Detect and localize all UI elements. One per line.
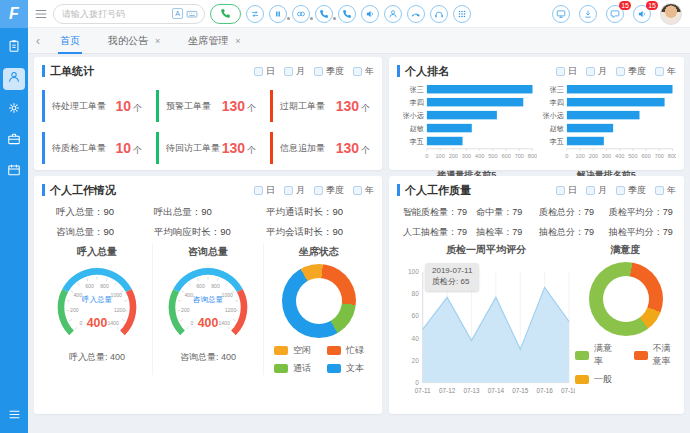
legend-swatch <box>327 346 341 355</box>
svg-text:07-16: 07-16 <box>537 387 554 394</box>
sidebar-item-settings[interactable] <box>3 99 25 121</box>
voicemail-download-icon[interactable] <box>579 5 597 23</box>
svg-text:07-11: 07-11 <box>415 387 431 394</box>
filter-option-month[interactable]: 月 <box>284 184 305 197</box>
dial-number-input[interactable] <box>60 8 169 20</box>
close-icon[interactable]: × <box>155 36 160 46</box>
checkbox-icon[interactable] <box>616 67 625 76</box>
dialpad-icon[interactable] <box>453 5 471 23</box>
speaker-icon[interactable] <box>361 5 379 23</box>
legend-item-0[interactable]: 空闲 <box>274 344 311 357</box>
donut-satisfaction: 满意度满意率不满意率一般 <box>575 241 676 410</box>
work-quality-stats: 智能质检量：79 命中量：79 质检总分：79 质检平均分：79 人工抽检量：7… <box>397 206 676 239</box>
svg-text:张小远: 张小远 <box>402 111 423 120</box>
checkbox-icon[interactable] <box>586 67 595 76</box>
stat-item: 命中量：79 <box>470 206 533 219</box>
checkbox-icon[interactable] <box>556 67 565 76</box>
tab-home[interactable]: 首页 <box>46 28 94 54</box>
legend-item-2[interactable]: 通话 <box>274 362 311 375</box>
card-value: 130个 <box>336 140 370 157</box>
checkbox-icon[interactable] <box>556 186 565 195</box>
stat-item: 质检平均分：79 <box>603 206 676 219</box>
svg-text:800: 800 <box>667 153 676 159</box>
message-icon[interactable]: 15 <box>606 5 624 23</box>
transfer-call-icon[interactable] <box>246 5 264 23</box>
tab-my-announcements[interactable]: 我的公告 × <box>94 28 174 54</box>
chart-title: 咨询总量 <box>153 245 263 259</box>
svg-text:0: 0 <box>565 153 568 159</box>
filter-option-year[interactable]: 年 <box>353 184 374 197</box>
filter-label: 日 <box>568 184 577 197</box>
legend-item-2[interactable]: 一般 <box>575 373 618 386</box>
checkbox-icon[interactable] <box>254 186 263 195</box>
app-logo[interactable]: F <box>0 0 28 28</box>
sidebar-item-schedule[interactable] <box>3 161 25 183</box>
checkbox-icon[interactable] <box>314 186 323 195</box>
checkbox-icon[interactable] <box>353 67 362 76</box>
checkbox-icon[interactable] <box>655 67 664 76</box>
answer-call-icon[interactable] <box>315 5 333 23</box>
checkbox-icon[interactable] <box>314 67 323 76</box>
filter-option-month[interactable]: 月 <box>586 65 607 78</box>
checkbox-icon[interactable] <box>655 186 664 195</box>
filter-option-quarter[interactable]: 季度 <box>314 184 344 197</box>
headset-icon[interactable] <box>430 5 448 23</box>
sidebar-item-workorder[interactable] <box>3 37 25 59</box>
filter-option-quarter[interactable]: 季度 <box>616 184 646 197</box>
legend-item-0[interactable]: 满意率 <box>575 342 618 368</box>
outbound-call-icon[interactable] <box>338 5 356 23</box>
tab-agent-management[interactable]: 坐席管理 × <box>174 28 254 54</box>
tooltip-date: 2019-07-11 <box>432 266 472 277</box>
hangup-call-icon[interactable] <box>407 5 425 23</box>
checkbox-icon[interactable] <box>353 186 362 195</box>
call-button[interactable] <box>210 4 241 24</box>
filter-option-quarter[interactable]: 季度 <box>616 65 646 78</box>
sidebar-item-business[interactable] <box>3 130 25 152</box>
work-order-cards: 待处理工单量 10个 预警工单量 130个 过期工单量 130个 待质检工单量 … <box>42 90 374 164</box>
hold-call-icon[interactable] <box>269 5 287 23</box>
filter-option-month[interactable]: 月 <box>284 65 305 78</box>
filter-option-quarter[interactable]: 季度 <box>314 65 344 78</box>
stat-item: 质检总分：79 <box>533 206 603 219</box>
conference-call-icon[interactable] <box>292 5 310 23</box>
gauge-inbound-calls: 呼入总量0200400600800100012001400呼入总量400呼入总量… <box>42 243 152 375</box>
filter-option-month[interactable]: 月 <box>586 184 607 197</box>
avatar[interactable] <box>660 3 682 25</box>
checkbox-icon[interactable] <box>284 67 293 76</box>
checkbox-icon[interactable] <box>586 186 595 195</box>
legend-label: 忙碌 <box>346 344 364 357</box>
checkbox-icon[interactable] <box>284 186 293 195</box>
filter-label: 月 <box>598 184 607 197</box>
sidebar-item-agent[interactable] <box>3 68 25 90</box>
legend-item-3[interactable]: 文本 <box>327 362 364 375</box>
panel-title: 工单统计 <box>42 65 94 77</box>
filter-option-day[interactable]: 日 <box>556 184 577 197</box>
filter-option-year[interactable]: 年 <box>655 65 676 78</box>
svg-text:40: 40 <box>412 335 420 342</box>
filter-option-day[interactable]: 日 <box>556 65 577 78</box>
keyboard-icon[interactable] <box>186 8 198 20</box>
topbar: A 15 15 <box>28 0 690 28</box>
legend-label: 文本 <box>346 362 364 375</box>
filter-option-year[interactable]: 年 <box>655 184 676 197</box>
tabs-scroll-left-icon[interactable]: ‹ <box>30 34 46 48</box>
filter-option-day[interactable]: 日 <box>254 184 275 197</box>
hamburger-menu-icon[interactable] <box>34 7 48 21</box>
agent-status-icon[interactable] <box>384 5 402 23</box>
broadcast-icon[interactable]: 15 <box>633 5 651 23</box>
filter-option-day[interactable]: 日 <box>254 65 275 78</box>
monitor-icon[interactable] <box>552 5 570 23</box>
svg-text:1200: 1200 <box>114 307 126 313</box>
donut-ring <box>589 262 663 336</box>
legend-item-1[interactable]: 忙碌 <box>327 344 364 357</box>
legend-item-1[interactable]: 不满意率 <box>634 342 677 368</box>
sidebar-collapse-button[interactable] <box>8 407 21 425</box>
svg-text:07-12: 07-12 <box>439 387 456 394</box>
checkbox-icon[interactable] <box>616 186 625 195</box>
filter-label: 日 <box>568 65 577 78</box>
letter-a-icon[interactable]: A <box>172 8 183 19</box>
filter-option-year[interactable]: 年 <box>353 65 374 78</box>
close-icon[interactable]: × <box>235 36 240 46</box>
svg-text:500: 500 <box>628 153 637 159</box>
checkbox-icon[interactable] <box>254 67 263 76</box>
